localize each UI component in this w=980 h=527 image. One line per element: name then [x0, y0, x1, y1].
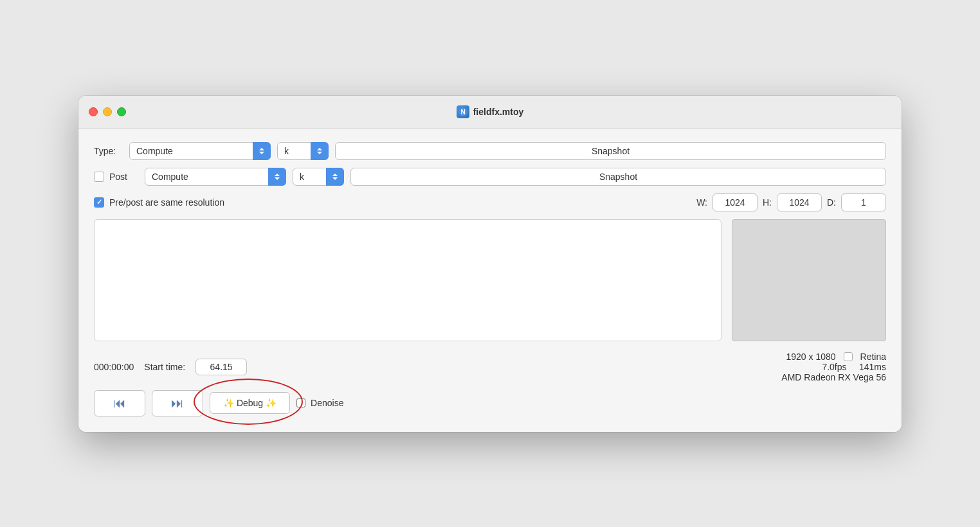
type-select[interactable]: Compute [129, 142, 271, 160]
post-type-select[interactable]: Compute [145, 168, 286, 186]
right-status: 1920 x 1080 Retina 7.0fps 141ms AMD Rade… [781, 352, 886, 382]
type-select-wrapper: Compute [129, 142, 271, 160]
text-area[interactable] [94, 219, 721, 341]
post-checkbox[interactable] [94, 172, 104, 182]
w-label: W: [696, 197, 707, 208]
window: N fieldfx.mtoy Type: Compute k [78, 96, 902, 432]
preview-area [94, 219, 886, 341]
play-pause-button[interactable]: ⏭ [152, 390, 203, 416]
post-row: Post Compute k [94, 168, 886, 186]
start-time-input[interactable] [195, 359, 247, 375]
status-bar: 000:00:00 Start time: 1920 x 1080 Retina… [94, 352, 886, 382]
minimize-button[interactable] [103, 107, 112, 116]
k-select[interactable]: k [277, 142, 329, 160]
denoise-wrapper: Denoise [296, 398, 343, 408]
resolution-row: Pre/post are same resolution W: H: D: [94, 193, 886, 211]
post-k-select[interactable]: k [293, 168, 344, 186]
prepost-checkbox-wrapper: Pre/post are same resolution [94, 197, 224, 208]
start-time-label: Start time: [144, 362, 185, 372]
rewind-icon: ⏮ [113, 396, 126, 411]
fps-value: 7.0fps [822, 362, 846, 372]
titlebar: N fieldfx.mtoy [78, 96, 902, 129]
k-select-wrapper: k [277, 142, 329, 160]
ms-value: 141ms [859, 362, 886, 372]
rewind-button[interactable]: ⏮ [94, 390, 145, 416]
resolution-display: 1920 x 1080 Retina [781, 352, 886, 362]
retina-label: Retina [860, 352, 886, 362]
retina-checkbox[interactable] [844, 352, 853, 361]
d-input[interactable] [841, 193, 886, 211]
gpu-row: AMD Radeon RX Vega 56 [781, 372, 886, 382]
window-title: fieldfx.mtoy [473, 107, 524, 117]
preview-image [732, 219, 886, 341]
prepost-label: Pre/post are same resolution [109, 197, 224, 208]
type-row: Type: Compute k [94, 142, 886, 160]
prepost-checkbox[interactable] [94, 197, 104, 208]
h-input[interactable] [777, 193, 822, 211]
timecode: 000:00:00 [94, 362, 134, 372]
w-input[interactable] [712, 193, 758, 211]
play-pause-icon: ⏭ [171, 396, 184, 411]
resolution-value: 1920 x 1080 [786, 352, 835, 362]
app-icon: N [457, 105, 469, 118]
post-k-select-wrapper: k [293, 168, 344, 186]
post-type-select-wrapper: Compute [145, 168, 286, 186]
resolution-inputs: W: H: D: [696, 193, 886, 211]
perf-row: 7.0fps 141ms [781, 362, 886, 372]
post-checkbox-wrapper: Post [94, 172, 138, 182]
controls-row: ⏮ ⏭ ✨ Debug ✨ Denoise [94, 390, 886, 416]
type-label: Type: [94, 146, 123, 156]
denoise-label: Denoise [311, 398, 343, 408]
traffic-lights [89, 107, 126, 116]
h-label: H: [763, 197, 772, 208]
d-label: D: [827, 197, 836, 208]
svg-text:N: N [460, 109, 465, 116]
title-area: N fieldfx.mtoy [457, 105, 524, 118]
debug-button[interactable]: ✨ Debug ✨ [210, 392, 290, 414]
gpu-value: AMD Radeon RX Vega 56 [781, 372, 886, 382]
content-area: Type: Compute k Post [78, 129, 902, 432]
denoise-checkbox[interactable] [296, 398, 305, 407]
close-button[interactable] [89, 107, 98, 116]
post-label: Post [109, 172, 138, 182]
snapshot-input-1[interactable] [335, 142, 886, 160]
snapshot-input-2[interactable] [350, 168, 886, 186]
maximize-button[interactable] [117, 107, 126, 116]
